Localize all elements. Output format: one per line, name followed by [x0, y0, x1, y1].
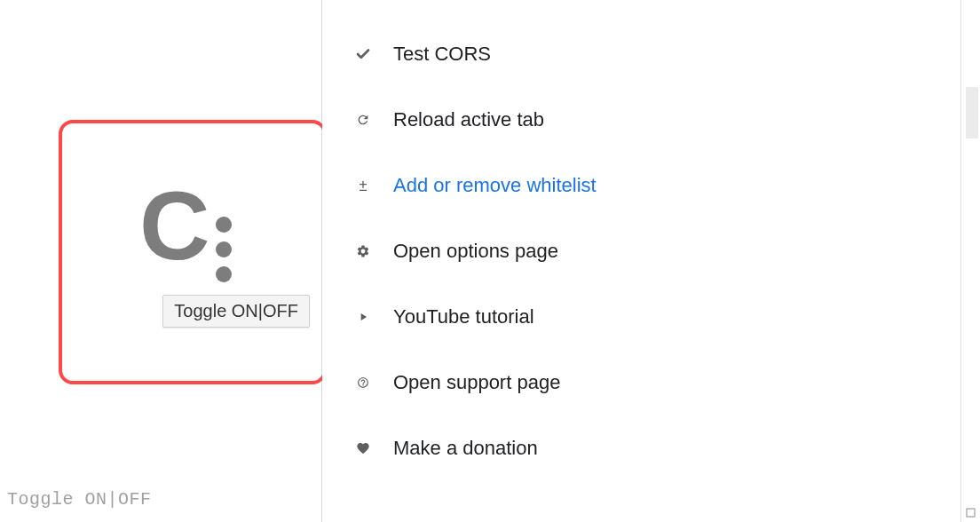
- logo-letter-c: C: [139, 177, 209, 274]
- play-icon: [354, 308, 372, 326]
- menu-label: YouTube tutorial: [393, 305, 534, 328]
- svg-rect-0: [967, 509, 975, 517]
- scrollbar-thumb[interactable]: [966, 87, 978, 138]
- heart-icon: [354, 439, 372, 457]
- menu-panel: Test CORS Reload active tab Add or remov…: [322, 0, 980, 522]
- status-text: Toggle ON|OFF: [7, 489, 152, 510]
- right-edge-strip: [960, 0, 980, 522]
- menu-item-options[interactable]: Open options page: [354, 218, 980, 284]
- menu-label: Add or remove whitelist: [393, 174, 597, 197]
- menu-label: Open options page: [393, 240, 558, 263]
- menu-item-support[interactable]: Open support page: [354, 350, 980, 415]
- left-panel: C Toggle ON|OFF Toggle ON|OFF: [0, 0, 321, 522]
- menu-label: Reload active tab: [393, 108, 544, 131]
- question-icon: [354, 374, 372, 392]
- menu-label: Open support page: [393, 371, 560, 394]
- reload-icon: [354, 111, 372, 129]
- menu-item-test-cors[interactable]: Test CORS: [354, 21, 980, 87]
- plus-minus-icon: [354, 177, 372, 194]
- resize-handle-icon[interactable]: [964, 506, 976, 518]
- gear-icon: [354, 242, 372, 260]
- check-icon: [354, 45, 372, 63]
- logo-dots: [216, 217, 232, 282]
- menu-label: Test CORS: [393, 43, 491, 66]
- highlight-box: C Toggle ON|OFF: [59, 120, 327, 384]
- menu-item-donate[interactable]: Make a donation: [354, 415, 980, 481]
- menu-item-youtube[interactable]: YouTube tutorial: [354, 284, 980, 350]
- logo-tooltip: Toggle ON|OFF: [162, 295, 310, 328]
- menu-item-reload[interactable]: Reload active tab: [354, 87, 980, 153]
- menu-item-whitelist[interactable]: Add or remove whitelist: [354, 153, 980, 218]
- menu-label: Make a donation: [393, 437, 538, 460]
- cors-unblock-logo[interactable]: C: [139, 194, 246, 301]
